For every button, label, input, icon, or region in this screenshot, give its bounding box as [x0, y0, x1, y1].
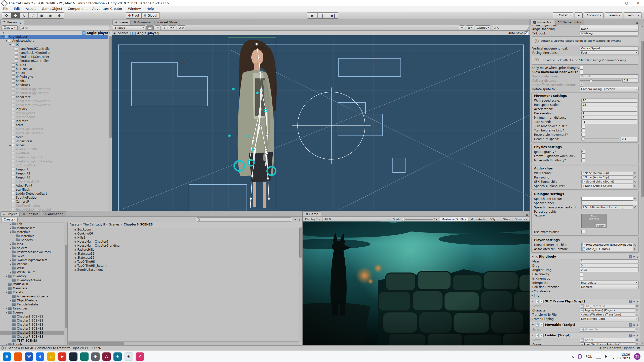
preset-icon[interactable]: ≡ — [633, 334, 635, 337]
project-create-button[interactable]: Create▾ — [2, 217, 18, 222]
tab-project[interactable]: ▱Project — [1, 211, 20, 216]
file-pasturehills[interactable]: ◈PastureHills — [68, 248, 299, 252]
vsync-button[interactable]: VSync — [488, 217, 501, 222]
text-field[interactable]: 1 — [580, 259, 639, 263]
play-button[interactable]: ▶ — [307, 12, 318, 19]
step-button[interactable]: ▶| — [328, 12, 338, 19]
folder-managers[interactable]: Managers — [0, 286, 64, 290]
tool-cut-icon[interactable]: ✂ — [459, 25, 465, 30]
component-header[interactable]: ▼C#Moveable (Script)?≡⚙ — [530, 322, 640, 327]
checkbox[interactable] — [581, 133, 585, 137]
foldout-arrow-icon[interactable]: ▶ — [531, 294, 534, 297]
layout-button[interactable]: Layout▾ — [624, 12, 641, 18]
folder-swimmingpoolassets[interactable]: ▶SwimmingPoolAssets — [0, 258, 64, 262]
hierarchy-item-noammoclick[interactable]: noAmmoClick — [0, 163, 108, 167]
text-field[interactable] — [580, 25, 639, 27]
tab-ac-game-editor[interactable]: AC Game Editor — [555, 20, 584, 25]
folder-lab[interactable]: ▶Lab — [0, 222, 64, 226]
object-picker-icon[interactable]: ⊙ — [635, 304, 639, 308]
menu-item-gameobject[interactable]: GameObject — [39, 6, 65, 12]
text-field[interactable]: 0.05 — [580, 268, 639, 272]
hierarchy-item-camerar[interactable]: CameraR — [0, 200, 108, 204]
file-zombiebasement[interactable]: ◈ZombieBasement — [68, 268, 299, 272]
object-field[interactable]: C#Angie_NPC (NPC) — [581, 247, 633, 251]
notification-badge[interactable]: 21 — [634, 353, 640, 360]
text-field[interactable]: -1 — [581, 120, 637, 124]
rotate-tool[interactable]: ↻ — [20, 12, 29, 19]
minimize-button[interactable]: — — [609, 0, 621, 6]
folder-postprocessingvolumes[interactable]: PostProcessingVolumes — [0, 250, 64, 254]
checkbox[interactable] — [581, 150, 585, 154]
object-picker-icon[interactable]: ⊙ — [633, 180, 637, 183]
foldout-arrow-icon[interactable]: ▶ — [5, 344, 8, 345]
folder-scenes[interactable]: ▼Scenes — [0, 310, 64, 314]
2d-toggle[interactable]: 2D — [146, 25, 154, 30]
folder-objects[interactable]: ▶objects — [0, 246, 64, 250]
taskbar-app-steam[interactable] — [69, 352, 77, 361]
global-button[interactable]: Global — [142, 12, 159, 19]
checkbox[interactable] — [580, 66, 583, 70]
audio-toggle[interactable]: ♪ — [162, 25, 167, 30]
taskbar-app-app[interactable]: ◈ — [113, 352, 122, 361]
file-housemain-chapter6-ending[interactable]: ◈HouseMain_Chapter6_ending — [68, 244, 299, 248]
help-icon[interactable]: ? — [629, 334, 632, 337]
gizmos-dropdown[interactable]: Gizmos▾ — [475, 25, 491, 30]
component-header[interactable]: ▼⅄Rigidbody?≡⚙ — [530, 254, 640, 259]
eyedropper-icon[interactable]: ✎ — [633, 197, 637, 200]
hierarchy-item-defaulteyes[interactable]: defaultEyes — [0, 75, 108, 79]
object-field[interactable]: ⅄SubtitlePosition (Transform) — [581, 205, 633, 209]
checkbox[interactable] — [581, 128, 585, 132]
object-field[interactable]: C#HotspotDetector (DetectHotspots) — [581, 243, 633, 247]
hierarchy-item-firepoint3[interactable]: Firepoint3 — [0, 175, 108, 179]
hierarchy-item-hairfrontoh[interactable]: hairFrontOH — [0, 67, 108, 71]
dropdown[interactable]: Left Mirrors Right▾ — [580, 317, 639, 321]
hierarchy-item-subtitleposition[interactable]: SubtitlePosition — [0, 196, 108, 200]
file-housemain-chapter6[interactable]: ◈HouseMain_Chapter6 — [68, 240, 299, 244]
folder-materials[interactable]: Materials — [0, 234, 64, 238]
tab-console[interactable]: ▦Console — [20, 211, 41, 216]
hierarchy-item-angie-player-[interactable]: ▼Angie(player) — [0, 35, 108, 39]
files-vscrollbar[interactable] — [299, 227, 302, 342]
hierarchy-item-indarknesslight[interactable]: InDarknessLight — [0, 179, 108, 184]
taskbar-app-teams[interactable] — [80, 352, 89, 361]
folder-waxmuseum[interactable]: ▶WaxMuseum — [0, 270, 64, 274]
pivot-button[interactable]: Pivot — [126, 12, 142, 19]
object-picker-icon[interactable]: ⊙ — [633, 243, 637, 246]
folders-scrollbar[interactable] — [64, 222, 68, 345]
hierarchy-search-input[interactable]: All — [20, 26, 110, 30]
folder-prefabs[interactable]: ▼Prefabs — [0, 290, 64, 294]
folder-achievement-objects[interactable]: Achievement_Objects — [0, 294, 64, 298]
hierarchy-item-freeform-light-2d-shotgun[interactable]: Freeform Light 2D shotgun — [0, 159, 108, 163]
hierarchy-item-freeform-light-2d[interactable]: Freeform Light 2D — [0, 155, 108, 159]
foldout-arrow-icon[interactable]: ▶ — [9, 243, 12, 245]
hierarchy-create-button[interactable]: Create▾ — [2, 25, 18, 30]
object-field[interactable]: C#SUC_FrameFlip — [580, 304, 635, 308]
clock[interactable]: 13:36 26.02.2023 — [613, 353, 630, 360]
hand-tool[interactable]: ✜ — [2, 12, 11, 19]
scene-search-input[interactable]: All — [492, 26, 529, 30]
taskbar-app-word[interactable]: W — [25, 352, 33, 361]
transform-tool[interactable]: ◉ — [46, 12, 55, 19]
help-icon[interactable]: ? — [629, 255, 632, 258]
dropdown[interactable]: Discrete▾ — [580, 285, 639, 289]
folder-manorassets[interactable]: ▶ManorAssets — [0, 226, 64, 230]
custom-tool[interactable]: ⚙ — [55, 12, 64, 19]
lighting-toggle[interactable]: ☼ — [155, 25, 161, 30]
tab-hierarchy[interactable]: ☰Hierarchy — [1, 20, 24, 25]
breadcrumb-chapter6-scenes[interactable]: Chapter6_SCENES — [124, 223, 153, 226]
gear-icon[interactable]: ⚙ — [636, 334, 639, 337]
object-field[interactable]: ▦AngieWeathers (Animator) — [580, 342, 635, 345]
effects-dropdown[interactable]: ✦▾ — [168, 25, 176, 30]
foldout-arrow-icon[interactable]: ▶ — [9, 223, 12, 225]
search-by-type-icon[interactable]: ✦ — [294, 218, 296, 221]
folder-shaders[interactable]: Shaders — [0, 238, 64, 242]
folder-chapter3-scenes[interactable]: Chapter3_SCENES — [0, 319, 64, 323]
hierarchy-scrollbar[interactable] — [108, 35, 112, 211]
preset-icon[interactable]: ≡ — [633, 324, 635, 326]
search-by-label-icon[interactable]: ⋮ — [298, 218, 301, 221]
foldout-arrow-icon[interactable]: ▼ — [9, 231, 12, 233]
component-enabled-checkbox[interactable] — [540, 334, 544, 337]
text-field[interactable]: 0 — [580, 264, 639, 268]
taskbar-app-browser[interactable] — [14, 352, 22, 361]
hierarchy-item-torsouglysweater1[interactable]: torsoUglySweater1 — [0, 127, 108, 131]
